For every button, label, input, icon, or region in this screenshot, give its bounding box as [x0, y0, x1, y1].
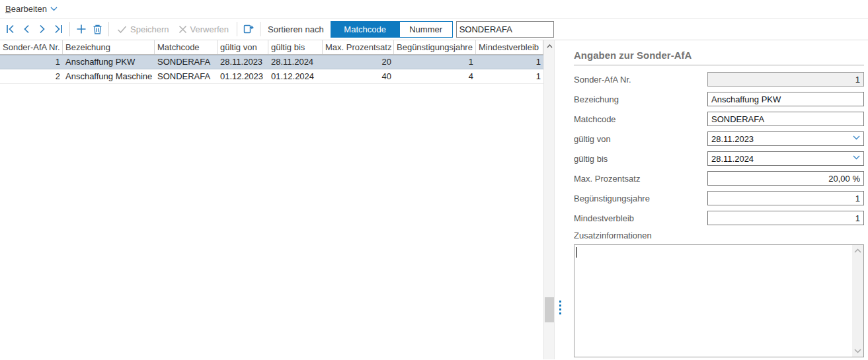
- cell-matchcode: SONDERAFA: [155, 71, 217, 81]
- sort-by-label: Sortieren nach: [268, 24, 324, 34]
- search-input[interactable]: [456, 21, 554, 38]
- table-row[interactable]: 2 Anschaffung Maschine SONDERAFA 01.12.2…: [0, 69, 543, 84]
- table-scrollbar-thumb[interactable]: [545, 297, 554, 322]
- text-cursor: [576, 247, 577, 258]
- records-table: Sonder-AfA Nr. Bezeichung Matchcode gült…: [0, 40, 555, 359]
- max-prozentsatz-field[interactable]: [707, 171, 864, 186]
- toolbar-separator: [260, 22, 260, 36]
- menu-bar: Bearbeiten: [0, 0, 868, 18]
- splitter-handle-icon: [559, 301, 561, 314]
- cell-matchcode: SONDERAFA: [155, 57, 217, 67]
- field-label-matchcode: Matchcode: [574, 114, 707, 124]
- field-label-mindestverbleib: Mindestverbleib: [574, 213, 707, 223]
- cell-mindestverbleib: 1: [476, 57, 543, 67]
- gueltig-bis-field[interactable]: [707, 151, 864, 166]
- detail-form: Angaben zur Sonder-AfA Sonder-AfA Nr. Be…: [567, 40, 868, 359]
- table-header-row: Sonder-AfA Nr. Bezeichung Matchcode gült…: [0, 40, 543, 55]
- bezeichung-field[interactable]: [707, 92, 864, 106]
- cell-max-prozentsatz: 40: [323, 71, 394, 81]
- gueltig-von-field[interactable]: [707, 131, 864, 146]
- toolbar: Speichern Verwerfen Sortieren nach Match…: [0, 18, 868, 40]
- date-dropdown-icon[interactable]: [853, 135, 860, 140]
- save-button-label: Speichern: [130, 24, 169, 34]
- next-record-button[interactable]: [34, 21, 50, 37]
- sort-segmented-control: Matchcode Nummer: [331, 21, 453, 38]
- toolbar-separator: [237, 22, 237, 36]
- cell-gueltig-bis: 01.12.2024: [268, 71, 323, 81]
- column-header-gueltig-von[interactable]: gültig von: [217, 40, 268, 54]
- column-header-mindestverbleib[interactable]: Mindestverbleib: [476, 40, 543, 54]
- field-label-bezeichung: Bezeichung: [574, 94, 707, 104]
- sort-nummer-button[interactable]: Nummer: [399, 22, 452, 37]
- chevron-down-icon: [50, 7, 58, 11]
- field-label-max-prozentsatz: Max. Prozentsatz: [574, 174, 707, 184]
- form-title: Angaben zur Sonder-AfA: [574, 50, 864, 65]
- cell-beguenstigungsjahre: 4: [394, 71, 476, 81]
- delete-record-button[interactable]: [89, 21, 105, 37]
- data-transfer-button[interactable]: [241, 21, 256, 37]
- column-header-max-prozentsatz[interactable]: Max. Prozentsatz: [323, 40, 394, 54]
- column-header-gueltig-bis[interactable]: gültig bis: [268, 40, 323, 54]
- mindestverbleib-field[interactable]: [707, 211, 864, 225]
- sort-matchcode-button[interactable]: Matchcode: [331, 22, 399, 37]
- menu-bearbeiten[interactable]: Bearbeiten: [5, 4, 58, 14]
- last-record-button[interactable]: [50, 21, 66, 37]
- cell-bezeichung: Anschaffung Maschine: [63, 71, 155, 81]
- zusatzinformationen-textarea[interactable]: [574, 244, 864, 357]
- field-label-gueltig-von: gültig von: [574, 134, 707, 144]
- scroll-down-icon[interactable]: [854, 349, 861, 353]
- scroll-up-icon[interactable]: [544, 40, 555, 52]
- column-header-sonder-afa-nr[interactable]: Sonder-AfA Nr.: [0, 40, 63, 54]
- cell-gueltig-von: 28.11.2023: [217, 57, 268, 67]
- table-row[interactable]: 1 Anschaffung PKW SONDERAFA 28.11.2023 2…: [0, 55, 543, 69]
- cell-nr: 2: [0, 71, 63, 81]
- first-record-button[interactable]: [3, 21, 19, 37]
- column-header-beguenstigungsjahre[interactable]: Begünstigungsjahre: [394, 40, 476, 54]
- field-label-beguenstigungsjahre: Begünstigungsjahre: [574, 194, 707, 203]
- cell-max-prozentsatz: 20: [323, 57, 394, 67]
- menu-bearbeiten-label: Bearbeiten: [5, 4, 47, 14]
- cell-gueltig-von: 01.12.2023: [217, 71, 268, 81]
- cell-nr: 1: [0, 57, 63, 67]
- toolbar-separator: [69, 22, 70, 36]
- previous-record-button[interactable]: [19, 21, 34, 37]
- column-header-matchcode[interactable]: Matchcode: [155, 40, 217, 54]
- beguenstigungsjahre-field[interactable]: [707, 191, 864, 205]
- scroll-up-icon[interactable]: [854, 248, 861, 253]
- panel-splitter[interactable]: [555, 40, 567, 359]
- discard-button-label: Verwerfen: [190, 24, 229, 34]
- field-label-zusatzinformationen: Zusatzinformationen: [574, 231, 864, 240]
- add-record-button[interactable]: [73, 21, 89, 37]
- cell-gueltig-bis: 28.11.2024: [268, 57, 323, 67]
- field-label-sonder-afa-nr: Sonder-AfA Nr.: [574, 75, 707, 85]
- cell-mindestverbleib: 1: [476, 71, 543, 81]
- discard-button[interactable]: Verwerfen: [174, 21, 234, 37]
- date-dropdown-icon[interactable]: [853, 155, 860, 160]
- toolbar-separator: [108, 22, 109, 36]
- main-area: Sonder-AfA Nr. Bezeichung Matchcode gült…: [0, 40, 868, 359]
- cell-beguenstigungsjahre: 1: [394, 57, 476, 67]
- save-button[interactable]: Speichern: [112, 21, 174, 37]
- matchcode-field[interactable]: [707, 112, 864, 126]
- cell-bezeichung: Anschaffung PKW: [63, 57, 155, 67]
- sonder-afa-nr-field: [707, 72, 864, 87]
- table-scrollbar[interactable]: [543, 40, 554, 359]
- memo-scrollbar[interactable]: [852, 245, 863, 357]
- column-header-bezeichung[interactable]: Bezeichung: [63, 40, 155, 54]
- field-label-gueltig-bis: gültig bis: [574, 154, 707, 164]
